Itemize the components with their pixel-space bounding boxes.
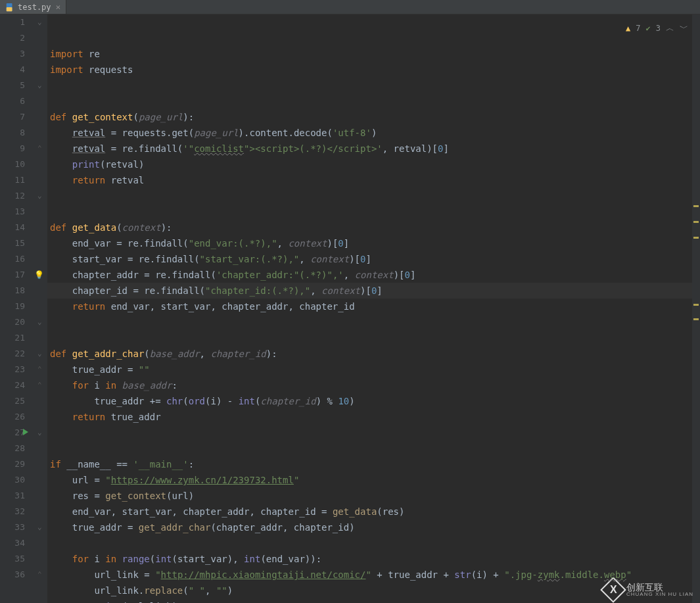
code-line[interactable]: def get_context(page_url): <box>50 109 700 125</box>
fold-close-icon[interactable]: ⌃ <box>37 567 42 583</box>
code-line[interactable]: retval = re.findall('"comiclist"><script… <box>50 141 700 157</box>
code-line[interactable] <box>50 425 700 441</box>
line-number: 8 <box>0 125 25 141</box>
line-number: 2 <box>0 30 25 46</box>
code-line[interactable]: import re <box>50 46 700 62</box>
code-line[interactable] <box>50 93 700 109</box>
line-number: 9 <box>0 141 25 157</box>
tab-filename: test.py <box>18 3 51 12</box>
code-line[interactable]: url_link = "http://mhpic.xiaomingtaiji.n… <box>50 567 700 583</box>
code-line[interactable]: def get_addr_char(base_addr, chapter_id)… <box>50 346 700 362</box>
line-number: 30 <box>0 472 25 488</box>
line-number: 33 <box>0 519 25 535</box>
code-line[interactable]: return end_var, start_var, chapter_addr,… <box>50 299 700 314</box>
intention-bulb-icon[interactable]: 💡 <box>34 267 44 283</box>
line-number: 11 <box>0 172 25 188</box>
chevron-up-icon[interactable]: ︿ <box>666 22 674 34</box>
fold-close-icon[interactable]: ⌃ <box>37 377 42 393</box>
editor-area: 1234567891011121314151617181920212223242… <box>0 14 700 603</box>
line-number: 4 <box>0 62 25 78</box>
python-file-icon <box>5 3 14 12</box>
code-line[interactable]: end_var = re.findall("end_var:(.*?),", c… <box>50 235 700 251</box>
line-number: 3 <box>0 46 25 62</box>
line-number: 14 <box>0 220 25 235</box>
fold-open-icon[interactable]: ⌄ <box>37 188 42 204</box>
code-line[interactable] <box>50 314 700 330</box>
tab-bar: test.py × <box>0 0 700 14</box>
line-number: 13 <box>0 204 25 220</box>
fold-open-icon[interactable]: ⌄ <box>37 425 42 441</box>
line-number: 26 <box>0 409 25 425</box>
line-number: 1 <box>0 14 25 30</box>
warning-icon: ▲ <box>626 24 630 33</box>
fold-close-icon[interactable]: ⌃ <box>37 362 42 377</box>
code-line[interactable]: return retval <box>50 172 700 188</box>
line-number: 22 <box>0 346 25 362</box>
code-line[interactable] <box>50 78 700 93</box>
svg-rect-1 <box>7 7 12 11</box>
code-line[interactable]: def get_data(context): <box>50 220 700 235</box>
typo-icon: ✔ <box>646 24 651 33</box>
code-line[interactable]: for i in base_addr: <box>50 377 700 393</box>
line-number: 20 <box>0 314 25 330</box>
line-number: 31 <box>0 488 25 504</box>
line-number: 5 <box>0 78 25 93</box>
code-line[interactable]: print(url_link) <box>50 598 700 603</box>
line-number: 29 <box>0 456 25 472</box>
code-line[interactable] <box>50 204 700 220</box>
typo-count: 3 <box>656 24 661 33</box>
file-tab[interactable]: test.py × <box>0 0 66 14</box>
code-area[interactable]: import reimport requestsdef get_context(… <box>47 14 700 603</box>
code-line[interactable]: end_var, start_var, chapter_addr, chapte… <box>50 504 700 519</box>
code-line[interactable]: url = "https://www.zymk.cn/1/239732.html… <box>50 472 700 488</box>
chevron-down-icon[interactable]: ﹀ <box>680 22 688 34</box>
code-line[interactable] <box>50 188 700 204</box>
code-line[interactable]: true_addr = "" <box>50 362 700 377</box>
line-number: 21 <box>0 330 25 346</box>
fold-close-icon[interactable]: ⌃ <box>37 141 42 157</box>
run-gutter-icon[interactable] <box>23 429 28 435</box>
line-number: 15 <box>0 235 25 251</box>
line-number: 12 <box>0 188 25 204</box>
line-number: 32 <box>0 504 25 519</box>
fold-open-icon[interactable]: ⌄ <box>37 314 42 330</box>
code-line[interactable] <box>50 535 700 551</box>
fold-open-icon[interactable]: ⌄ <box>37 519 42 535</box>
code-line[interactable]: true_addr = get_addr_char(chapter_addr, … <box>50 519 700 535</box>
code-line[interactable]: chapter_addr = re.findall('chapter_addr:… <box>50 267 700 283</box>
code-line[interactable]: res = get_context(url) <box>50 488 700 504</box>
line-number: 35 <box>0 551 25 567</box>
code-line[interactable]: chapter_id = re.findall("chapter_id:(.*?… <box>50 283 700 299</box>
line-number: 17 <box>0 267 25 283</box>
code-line[interactable] <box>50 441 700 456</box>
code-line[interactable]: import requests <box>50 62 700 78</box>
fold-column[interactable]: ⌄⌄⌄⌄⌄⌄⌄⌃⌃⌃⌃⌃💡 <box>37 14 47 603</box>
line-number: 28 <box>0 441 25 456</box>
code-line[interactable]: if __name__ == '__main__': <box>50 456 700 472</box>
line-number: 25 <box>0 393 25 409</box>
warning-count: 7 <box>636 24 640 33</box>
line-number: 27 <box>0 425 25 441</box>
fold-open-icon[interactable]: ⌄ <box>37 78 42 93</box>
line-number: 19 <box>0 299 25 314</box>
code-line[interactable]: print(retval) <box>50 157 700 172</box>
code-line[interactable]: retval = requests.get(page_url).content.… <box>50 125 700 141</box>
line-number: 23 <box>0 362 25 377</box>
code-line[interactable] <box>50 330 700 346</box>
line-number: 10 <box>0 157 25 172</box>
fold-open-icon[interactable]: ⌄ <box>37 14 42 30</box>
code-line[interactable]: for i in range(int(start_var), int(end_v… <box>50 551 700 567</box>
line-number: 24 <box>0 377 25 393</box>
line-number: 6 <box>0 93 25 109</box>
line-number: 34 <box>0 535 25 551</box>
close-icon[interactable]: × <box>56 2 61 12</box>
line-number: 36 <box>0 567 25 583</box>
code-line[interactable]: return true_addr <box>50 409 700 425</box>
inspection-summary[interactable]: ▲ 7 ✔ 3 ︿ ﹀ <box>626 22 688 34</box>
fold-open-icon[interactable]: ⌄ <box>37 346 42 362</box>
line-number: 16 <box>0 251 25 267</box>
code-line[interactable]: start_var = re.findall("start_var:(.*?),… <box>50 251 700 267</box>
line-number-gutter[interactable]: 1234567891011121314151617181920212223242… <box>0 14 37 603</box>
code-line[interactable]: url_link.replace(" ", "") <box>50 583 700 598</box>
code-line[interactable]: true_addr += chr(ord(i) - int(chapter_id… <box>50 393 700 409</box>
